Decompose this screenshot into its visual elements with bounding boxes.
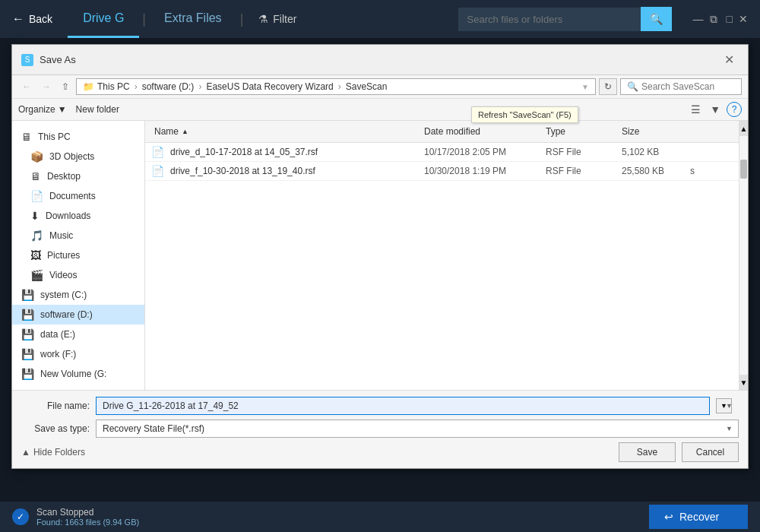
view-details-button[interactable]: ☰ <box>688 102 704 117</box>
sidebar-item-pictures[interactable]: 🖼 Pictures <box>12 245 144 265</box>
file-list-scrollbar[interactable]: ▲ ▼ <box>739 121 748 390</box>
window-maximize[interactable]: □ <box>727 13 733 25</box>
window-restore[interactable]: ⧉ <box>710 13 717 26</box>
search-input[interactable] <box>458 8 641 31</box>
downloads-icon: ⬇ <box>30 210 40 222</box>
videos-icon: 🎬 <box>30 269 43 281</box>
status-bar: ✓ Scan Stopped Found: 1663 files (9.94 G… <box>0 502 760 532</box>
file-name-input[interactable] <box>96 397 710 415</box>
file-name-cell-1: 📄 drive_d_10-17-2018 at 14_05_37.rsf <box>151 146 421 158</box>
sidebar-item-new-volume-g[interactable]: 💾 New Volume (G: <box>12 364 144 384</box>
path-software-d: software (D:) <box>142 81 195 92</box>
save-type-dropdown[interactable]: Recovery State File(*.rsf) <box>96 420 739 438</box>
dialog-icon: S <box>21 54 33 66</box>
3d-objects-icon: 📦 <box>30 150 43 163</box>
table-row[interactable]: 📄 drive_d_10-17-2018 at 14_05_37.rsf 10/… <box>145 143 739 162</box>
software-d-icon: 💾 <box>21 309 34 321</box>
cancel-button[interactable]: Cancel <box>682 442 739 462</box>
path-this-pc: This PC <box>97 81 130 92</box>
nav-divider-2: | <box>240 11 244 27</box>
search-button[interactable]: 🔍 <box>641 7 672 31</box>
sidebar-item-desktop[interactable]: 🖥 Desktop <box>12 166 144 186</box>
system-c-icon: 💾 <box>21 289 34 301</box>
col-header-name[interactable]: Name ▲ <box>151 124 421 139</box>
file-name-label: File name: <box>21 401 90 411</box>
sidebar-item-this-pc[interactable]: 🖥 This PC <box>12 127 144 147</box>
nav-tabs: Drive G | Extra Files | ⚗ Filter <box>68 1 442 38</box>
file-list-header: Name ▲ Date modified Type Size <box>145 121 739 143</box>
work-f-icon: 💾 <box>21 348 34 360</box>
desktop-icon: 🖥 <box>30 170 41 182</box>
nav-forward-button[interactable]: → <box>38 79 55 94</box>
save-type-row: Save as type: Recovery State File(*.rsf) <box>21 420 739 438</box>
folder-search-input[interactable] <box>641 81 733 92</box>
nav-up-button[interactable]: ⇧ <box>58 79 73 94</box>
refresh-button[interactable]: ↻ <box>599 78 617 95</box>
tab-drive-g[interactable]: Drive G <box>68 1 139 38</box>
save-button[interactable]: Save <box>619 442 676 462</box>
file-name-arrow[interactable]: ▼ <box>716 398 732 413</box>
col-header-extra <box>687 124 733 139</box>
file-name-dropdown[interactable]: ▼ <box>716 398 739 413</box>
scrollbar-up[interactable]: ▲ <box>739 121 748 136</box>
col-header-size[interactable]: Size <box>619 124 687 139</box>
status-text: Scan Stopped <box>36 507 139 518</box>
dialog-body: 🖥 This PC 📦 3D Objects 🖥 Desktop 📄 Docum… <box>12 121 748 390</box>
sidebar-item-documents[interactable]: 📄 Documents <box>12 186 144 206</box>
recover-button[interactable]: ↩ Recover <box>649 505 748 529</box>
nav-back-button[interactable]: ← <box>18 79 35 94</box>
sidebar-item-videos[interactable]: 🎬 Videos <box>12 265 144 285</box>
dialog-overlay: S Save As ✕ ← → ⇧ 📁 This PC › software (… <box>0 38 760 502</box>
hide-folders-button[interactable]: ▲ Hide Folders <box>21 447 85 458</box>
scrollbar-down[interactable]: ▼ <box>739 375 748 390</box>
scroll-track <box>739 136 748 375</box>
col-header-type[interactable]: Type <box>543 124 619 139</box>
search-icon-small: 🔍 <box>627 81 638 92</box>
file-icon-1: 📄 <box>151 146 164 158</box>
col-header-date[interactable]: Date modified <box>421 124 543 139</box>
new-folder-button[interactable]: New folder <box>76 104 119 115</box>
dialog-title: Save As <box>40 54 76 65</box>
sidebar-item-software-d[interactable]: 💾 software (D:) <box>12 305 144 325</box>
documents-icon: 📄 <box>30 190 43 202</box>
sidebar-item-3d-objects[interactable]: 📦 3D Objects <box>12 147 144 166</box>
sidebar-item-music[interactable]: 🎵 Music <box>12 226 144 245</box>
organize-button[interactable]: Organize ▼ <box>18 104 67 115</box>
filter-button[interactable]: ⚗ Filter <box>246 7 309 31</box>
dialog-button-row: ▲ Hide Folders Save Cancel <box>21 442 739 462</box>
save-type-label: Save as type: <box>21 423 90 434</box>
sort-asc-icon: ▲ <box>182 128 188 135</box>
status-text-area: Scan Stopped Found: 1663 files (9.94 GB) <box>36 507 139 527</box>
scroll-thumb[interactable] <box>740 160 747 179</box>
status-found: Found: 1663 files (9.94 GB) <box>36 518 139 527</box>
file-name-row: File name: ▼ <box>21 397 739 415</box>
file-date-1: 10/17/2018 2:05 PM <box>421 147 543 157</box>
back-button[interactable]: ← Back <box>12 12 52 26</box>
file-list: Name ▲ Date modified Type Size <box>145 121 739 390</box>
file-type-1: RSF File <box>543 147 619 157</box>
sidebar-item-data-e[interactable]: 💾 data (E:) <box>12 325 144 344</box>
data-e-icon: 💾 <box>21 328 34 340</box>
new-volume-g-icon: 💾 <box>21 368 34 380</box>
help-button[interactable]: ? <box>727 102 742 117</box>
sidebar: 🖥 This PC 📦 3D Objects 🖥 Desktop 📄 Docum… <box>12 121 145 390</box>
file-toolbar: Organize ▼ New folder ☰ ▼ ? <box>12 99 748 121</box>
sidebar-item-system-c[interactable]: 💾 system (C:) <box>12 285 144 305</box>
organize-chevron-icon: ▼ <box>58 104 67 115</box>
window-close[interactable]: ✕ <box>739 13 748 25</box>
dialog-close-button[interactable]: ✕ <box>720 51 739 68</box>
file-size-2: 25,580 KB <box>619 166 687 176</box>
recover-icon: ↩ <box>664 511 673 523</box>
tab-extra-files[interactable]: Extra Files <box>149 1 237 38</box>
save-type-select[interactable]: Recovery State File(*.rsf) <box>96 420 739 438</box>
hide-folders-icon: ▲ <box>21 447 30 458</box>
sidebar-item-work-f[interactable]: 💾 work (F:) <box>12 344 144 364</box>
table-row[interactable]: 📄 drive_f_10-30-2018 at 13_19_40.rsf 10/… <box>145 162 739 181</box>
window-minimize[interactable]: ― <box>693 13 704 25</box>
sidebar-item-downloads[interactable]: ⬇ Downloads <box>12 206 144 226</box>
view-chevron-button[interactable]: ▼ <box>707 102 724 117</box>
address-path[interactable]: 📁 This PC › software (D:) › EaseUS Data … <box>76 78 596 95</box>
back-label: Back <box>29 13 52 25</box>
pictures-icon: 🖼 <box>30 249 41 261</box>
address-search: 🔍 <box>620 78 742 95</box>
